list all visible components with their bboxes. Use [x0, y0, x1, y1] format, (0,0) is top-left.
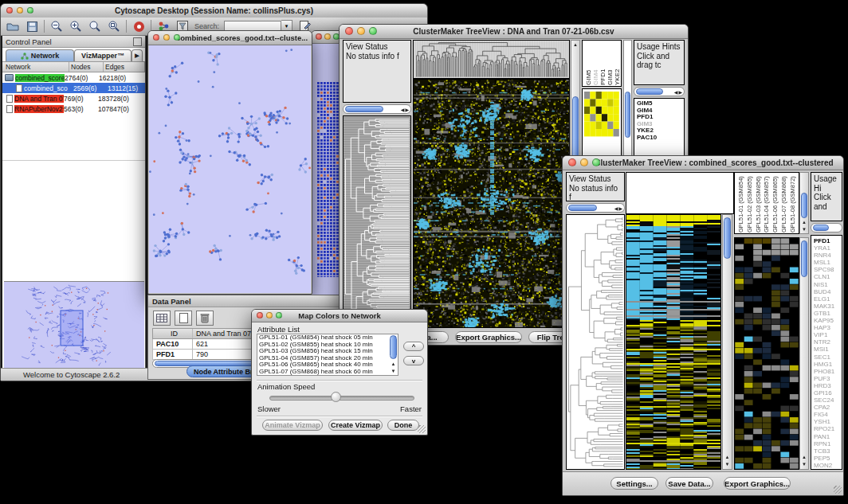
- minimize-icon[interactable]: [163, 34, 170, 41]
- move-up-button[interactable]: ^: [403, 342, 424, 351]
- zoom-window-icon[interactable]: [369, 27, 377, 35]
- slider-thumb[interactable]: [331, 392, 341, 402]
- treeview2-titlebar[interactable]: ClusterMaker TreeView : combined_scores_…: [563, 156, 843, 170]
- export-graphics-button[interactable]: Export Graphics...: [455, 331, 522, 343]
- network-list-row[interactable]: combined_scores2764(0)16218(0): [2, 72, 145, 83]
- column-label[interactable]: GPL51-07 (GSM868): [780, 174, 789, 232]
- gene-label[interactable]: YRA1: [814, 244, 842, 252]
- scroll-down-icon[interactable]: ▼: [723, 461, 732, 468]
- scroll-up-icon[interactable]: ▲: [800, 454, 808, 461]
- table-view-icon[interactable]: [153, 311, 171, 326]
- gene-label[interactable]: NTR2: [814, 338, 842, 346]
- scrollbar-thumb[interactable]: [801, 240, 807, 277]
- minimize-icon[interactable]: [580, 158, 588, 166]
- zoom-window-icon[interactable]: [27, 7, 33, 14]
- gene-label[interactable]: YSH1: [814, 418, 842, 425]
- gene-label[interactable]: PFD1: [814, 237, 842, 244]
- gene-label[interactable]: CPA2: [814, 404, 842, 411]
- gene-label[interactable]: PEP5: [814, 455, 842, 462]
- open-file-icon[interactable]: [6, 20, 20, 33]
- gene-label[interactable]: GTB1: [814, 310, 842, 317]
- zoom-heatmap-canvas[interactable]: [584, 92, 619, 137]
- gene-label[interactable]: MON2: [814, 462, 842, 469]
- column-label[interactable]: GPL51-02 (GSM855): [746, 174, 755, 232]
- column-label[interactable]: PFD1: [599, 42, 607, 85]
- network-view-titlebar[interactable]: combined_scores_good.txt--cluste...: [148, 31, 312, 45]
- network-table-header[interactable]: Network Nodes Edges: [2, 61, 145, 72]
- column-label[interactable]: GIM5: [585, 42, 592, 85]
- scroll-up-icon[interactable]: ▲: [389, 361, 398, 368]
- trash-icon[interactable]: [196, 311, 214, 326]
- zoom-window-icon[interactable]: [592, 158, 600, 166]
- animate-vizmap-button[interactable]: Animate Vizmap: [262, 420, 323, 431]
- scrollbar-thumb[interactable]: [625, 92, 630, 138]
- done-button[interactable]: Done: [387, 420, 419, 431]
- gene-label[interactable]: PAC10: [637, 135, 684, 142]
- scroll-left-icon[interactable]: ◀: [614, 205, 618, 211]
- column-label[interactable]: GPL51-06 (GSM865): [771, 174, 780, 232]
- column-label[interactable]: GPL51-01 (GSM854): [737, 174, 746, 232]
- array-dendrogram-panel[interactable]: [413, 40, 570, 79]
- close-icon[interactable]: [345, 27, 353, 35]
- usage-hints-scrollbar[interactable]: [811, 223, 842, 232]
- scroll-down-icon[interactable]: ▼: [800, 461, 808, 468]
- scroll-up-icon[interactable]: ▲: [800, 219, 808, 226]
- animation-speed-slider[interactable]: [269, 396, 414, 400]
- save-icon[interactable]: [25, 20, 39, 33]
- tab-overflow-icon[interactable]: ▶: [132, 49, 143, 61]
- scroll-right-icon[interactable]: ▶: [678, 89, 682, 95]
- tab-network[interactable]: Network: [6, 49, 74, 61]
- zoom-vscrollbar[interactable]: ▲ ▼: [799, 237, 809, 470]
- zoom-window-icon[interactable]: [276, 312, 282, 318]
- export-graphics-button[interactable]: Export Graphics...: [724, 477, 791, 490]
- heatmap-vscrollbar[interactable]: ▲ ▼: [722, 214, 732, 470]
- network-list-row[interactable]: RNAPuberNov2+!563(0)107847(0): [2, 104, 145, 114]
- scrollbar-thumb[interactable]: [636, 88, 663, 95]
- gene-label[interactable]: NIS1: [814, 281, 842, 288]
- scroll-left-icon[interactable]: ◀: [401, 107, 405, 112]
- network-view-canvas[interactable]: [149, 45, 311, 293]
- column-label[interactable]: GPL51-04 (GSM857): [763, 174, 771, 232]
- minimize-icon[interactable]: [17, 7, 23, 14]
- gene-label[interactable]: HAP3: [814, 324, 842, 331]
- save-data-button[interactable]: Save Data...: [665, 477, 713, 490]
- gene-label[interactable]: SEC24: [814, 397, 842, 404]
- gene-label[interactable]: BUD4: [814, 288, 842, 295]
- gene-dendrogram-canvas[interactable]: [567, 215, 624, 469]
- gene-label[interactable]: SPC98: [814, 266, 842, 273]
- scroll-down-icon[interactable]: ▼: [389, 368, 398, 375]
- labels-vscrollbar[interactable]: ▲ ▼: [799, 172, 809, 234]
- gene-dendrogram-panel[interactable]: [566, 214, 625, 470]
- new-page-icon[interactable]: [175, 311, 192, 326]
- minimize-icon[interactable]: [357, 27, 365, 35]
- global-heatmap-panel[interactable]: [413, 79, 570, 328]
- scroll-up-icon[interactable]: ▲: [571, 41, 579, 49]
- close-icon[interactable]: [568, 158, 576, 166]
- column-labels-panel[interactable]: GIM5GIM4PFD1GIM3YKE2PAC10: [582, 40, 622, 87]
- gene-label[interactable]: ELG1: [814, 295, 842, 303]
- column-label[interactable]: YKE2: [614, 42, 620, 85]
- scrollbar-thumb[interactable]: [801, 193, 807, 218]
- resize-grip[interactable]: [418, 425, 426, 433]
- gene-label[interactable]: SEC1: [814, 354, 842, 361]
- zoom-out-icon[interactable]: [49, 20, 64, 33]
- gene-dendrogram-panel[interactable]: [343, 115, 411, 328]
- gene-label[interactable]: RPO21: [814, 425, 842, 432]
- gene-label[interactable]: MAK31: [814, 303, 842, 310]
- gene-label[interactable]: PHO81: [814, 368, 842, 375]
- main-titlebar[interactable]: Cytoscape Desktop (Session Name: collins…: [1, 4, 427, 18]
- network-canvas-area[interactable]: [149, 45, 311, 293]
- view-status-scrollbar[interactable]: ◀▶: [566, 203, 625, 213]
- zoom-window-icon[interactable]: [174, 34, 180, 41]
- scrollbar-thumb[interactable]: [345, 106, 383, 112]
- zoom-heatmap-panel[interactable]: [734, 237, 799, 470]
- network-list-row[interactable]: combined_sco2569(6)13112(15): [2, 83, 145, 93]
- gene-label[interactable]: PAN1: [814, 433, 842, 440]
- minimize-icon[interactable]: [266, 312, 273, 318]
- scroll-down-icon[interactable]: ▼: [800, 226, 808, 233]
- help-lifesaver-icon[interactable]: [132, 20, 146, 33]
- attribute-list-scrollbar[interactable]: ▲ ▼: [389, 334, 398, 375]
- global-heatmap-panel[interactable]: [626, 214, 721, 470]
- move-down-button[interactable]: v: [403, 356, 424, 365]
- scrollbar-thumb[interactable]: [813, 225, 829, 231]
